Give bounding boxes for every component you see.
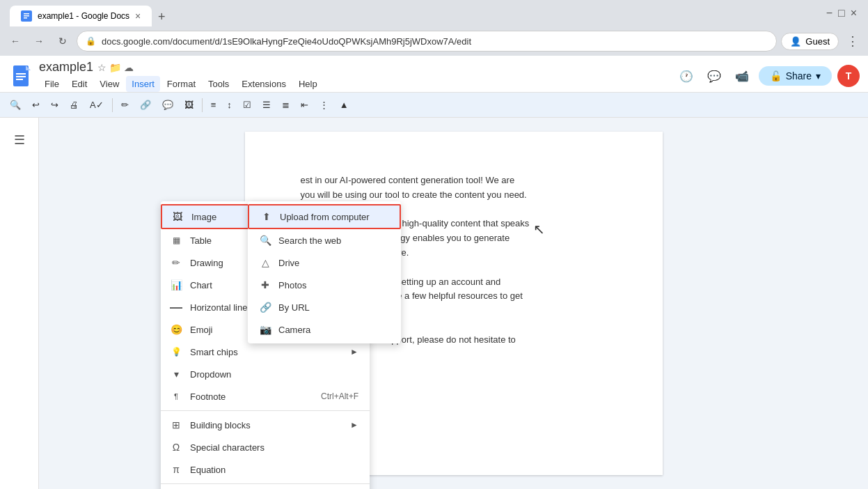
- docs-title-row: example1 ☆ 📁 ☁: [39, 60, 670, 75]
- maximize-button[interactable]: □: [838, 7, 845, 20]
- dropdown-menu-label: Dropdown: [190, 369, 358, 380]
- docs-header: example1 ☆ 📁 ☁ File Edit View Insert For…: [0, 56, 868, 93]
- smart-chips-arrow: ►: [350, 347, 358, 357]
- close-button[interactable]: ×: [851, 7, 857, 20]
- menu-item-dropdown[interactable]: ▾ Dropdown: [161, 363, 370, 385]
- share-chevron-icon: ▾: [816, 70, 821, 82]
- docs-header-actions: 🕐 💬 📹 🔓 Share ▾ T: [675, 65, 860, 87]
- svg-rect-7: [16, 76, 26, 77]
- tab-title: example1 - Google Docs: [38, 11, 129, 21]
- camera-label: Camera: [278, 325, 310, 335]
- meet-button[interactable]: 📹: [731, 65, 753, 87]
- active-tab[interactable]: example1 - Google Docs ×: [10, 6, 152, 26]
- footnote-icon: ¶: [169, 389, 183, 403]
- camera-icon: 📷: [259, 323, 271, 336]
- submenu-item-drive[interactable]: △ Drive: [248, 251, 401, 274]
- emoji-menu-icon: 😊: [169, 323, 183, 336]
- menu-file[interactable]: File: [39, 76, 65, 92]
- refresh-button[interactable]: ↻: [53, 31, 72, 51]
- print-button[interactable]: 🖨: [65, 98, 83, 112]
- menu-insert[interactable]: Insert: [126, 76, 160, 92]
- address-bar-row: ← → ↻ 🔒 docs.google.com/document/d/1sE9O…: [0, 26, 868, 56]
- history-button[interactable]: 🕐: [675, 65, 697, 87]
- browser-menu-button[interactable]: ⋮: [843, 31, 862, 51]
- hamburger-menu-button[interactable]: ☰: [6, 126, 33, 154]
- svg-rect-3: [24, 17, 27, 19]
- checklist-button[interactable]: ☑: [239, 98, 255, 112]
- sidebar: ☰: [0, 118, 39, 489]
- photos-label: Photos: [278, 280, 306, 290]
- dropdown-menu-icon: ▾: [169, 367, 183, 381]
- special-characters-icon: Ω: [169, 440, 183, 454]
- submenu-item-by-url[interactable]: 🔗 By URL: [248, 296, 401, 318]
- star-icon[interactable]: ☆: [97, 62, 106, 73]
- svg-rect-1: [24, 13, 29, 15]
- submenu-item-upload[interactable]: ⬆ Upload from computer: [248, 204, 401, 229]
- pen-icon-button[interactable]: ✏: [117, 98, 133, 112]
- lock-icon: 🔒: [86, 36, 96, 46]
- line-spacing-button[interactable]: ↕: [223, 98, 236, 112]
- docs-title-icons: ☆ 📁 ☁: [97, 62, 134, 73]
- guest-label: Guest: [805, 36, 830, 47]
- search-web-icon: 🔍: [259, 234, 271, 247]
- equation-label: Equation: [190, 465, 358, 475]
- link-button[interactable]: 🔗: [136, 98, 155, 112]
- drive-label: Drive: [278, 258, 299, 268]
- minimize-button[interactable]: −: [826, 7, 833, 20]
- building-blocks-arrow: ►: [350, 420, 358, 430]
- spell-check-button[interactable]: A✓: [86, 98, 108, 112]
- drive-icon: △: [259, 256, 271, 269]
- forward-button[interactable]: →: [29, 31, 49, 51]
- menu-extensions[interactable]: Extensions: [236, 76, 292, 92]
- menu-tools[interactable]: Tools: [203, 76, 235, 92]
- lock-share-icon: 🔓: [770, 70, 782, 82]
- submenu-item-search-web[interactable]: 🔍 Search the web: [248, 229, 401, 251]
- submenu-item-photos[interactable]: ✚ Photos: [248, 274, 401, 296]
- menu-item-building-blocks[interactable]: ⊞ Building blocks ►: [161, 414, 370, 436]
- collapse-toolbar-button[interactable]: ▲: [336, 98, 353, 112]
- horizontal-line-icon: —: [169, 300, 183, 314]
- guest-button[interactable]: 👤 Guest: [781, 33, 839, 50]
- svg-rect-8: [16, 79, 23, 80]
- more-formatting-button[interactable]: ⋮: [315, 98, 333, 112]
- align-button[interactable]: ≡: [207, 98, 221, 112]
- zoom-search-button[interactable]: 🔍: [6, 98, 25, 112]
- menu-edit[interactable]: Edit: [66, 76, 93, 92]
- share-button[interactable]: 🔓 Share ▾: [759, 66, 832, 86]
- comment-button[interactable]: 💬: [158, 98, 177, 112]
- menu-item-smart-chips[interactable]: 💡 Smart chips ►: [161, 341, 370, 363]
- user-avatar[interactable]: T: [837, 65, 860, 87]
- doc-line-2: you will be using our tool to create the…: [301, 188, 607, 203]
- undo-button[interactable]: ↩: [28, 98, 44, 112]
- browser-tabs: example1 - Google Docs × +: [10, 0, 171, 26]
- footnote-label: Footnote: [190, 391, 314, 402]
- docs-title-area: example1 ☆ 📁 ☁ File Edit View Insert For…: [39, 60, 670, 92]
- numbered-list-button[interactable]: ≣: [278, 98, 294, 112]
- menu-item-special-characters[interactable]: Ω Special characters: [161, 436, 370, 458]
- footnote-shortcut: Ctrl+Alt+F: [321, 391, 358, 401]
- bullet-list-button[interactable]: ☰: [258, 98, 275, 112]
- menu-item-footnote[interactable]: ¶ Footnote Ctrl+Alt+F: [161, 385, 370, 408]
- comments-button[interactable]: 💬: [703, 65, 725, 87]
- menu-view[interactable]: View: [94, 76, 125, 92]
- by-url-icon: 🔗: [259, 301, 271, 313]
- move-icon[interactable]: 📁: [109, 62, 121, 73]
- smart-chips-label: Smart chips: [190, 347, 343, 357]
- menu-help[interactable]: Help: [293, 76, 323, 92]
- special-characters-label: Special characters: [190, 442, 358, 453]
- redo-button[interactable]: ↪: [47, 98, 63, 112]
- back-button[interactable]: ←: [6, 31, 25, 51]
- menu-item-equation[interactable]: π Equation: [161, 458, 370, 481]
- submenu-item-camera[interactable]: 📷 Camera: [248, 318, 401, 341]
- document-title[interactable]: example1: [39, 60, 93, 75]
- address-bar[interactable]: 🔒 docs.google.com/document/d/1sE9OlkaHyn…: [77, 31, 777, 52]
- indent-decrease-button[interactable]: ⇤: [297, 98, 313, 112]
- new-tab-button[interactable]: +: [152, 7, 171, 26]
- tab-close-button[interactable]: ×: [135, 10, 141, 22]
- menu-format[interactable]: Format: [161, 76, 201, 92]
- url-text: docs.google.com/document/d/1sE9OlkaHyngF…: [102, 36, 471, 47]
- by-url-label: By URL: [278, 302, 310, 313]
- image-button[interactable]: 🖼: [180, 98, 198, 112]
- docs-app-icon: [8, 62, 33, 90]
- cloud-icon[interactable]: ☁: [124, 62, 134, 73]
